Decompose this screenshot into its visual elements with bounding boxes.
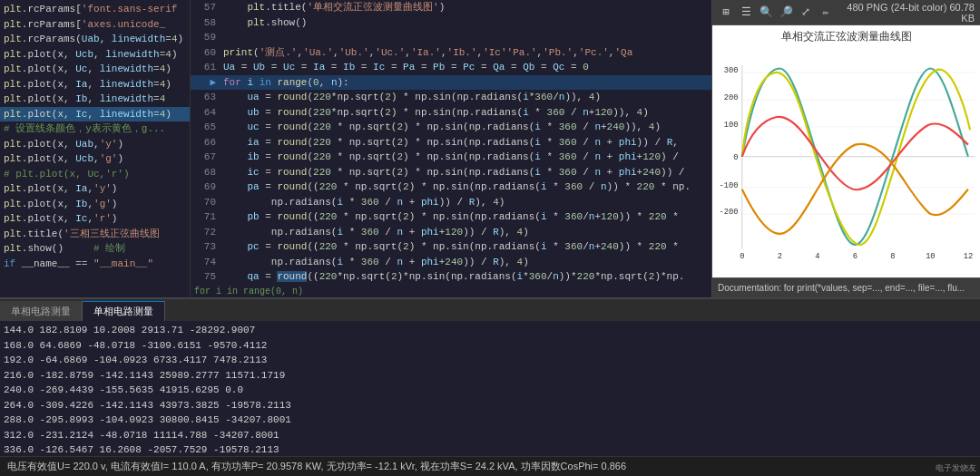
left-code-panel: plt.rcParams['font.sans-serif plt.rcPara… (0, 0, 191, 297)
tab-single-phase-1[interactable]: 单相电路测量 (0, 301, 83, 321)
chart-svg: 300 200 100 0 -100 -200 0 2 4 6 8 10 12 (712, 44, 980, 275)
code-line: plt.title('三相三线正弦曲线图 (0, 227, 190, 242)
code-line: 65 uc = round(220 * np.sqrt(2) * np.sin(… (191, 120, 711, 135)
code-line: plt.plot(x, Ia, linewidth=4) (0, 77, 190, 92)
code-line: 74 np.radians(i * 360 / n + phi+240)) / … (191, 255, 711, 270)
zoom-out-icon[interactable]: 🔎 (778, 5, 794, 21)
code-line: 72 np.radians(i * 360 / n + phi+120)) / … (191, 225, 711, 240)
svg-text:8: 8 (890, 252, 895, 261)
output-line: 216.0 -182.8759 -142.1143 25989.2777 115… (4, 368, 976, 384)
code-line: 75 qa = round((220*np.sqrt(2)*np.sin(np.… (191, 269, 711, 285)
code-line: plt.show() # 绘制 (0, 241, 190, 257)
chart-title: 单相交流正弦波测量曲线图 (712, 29, 980, 44)
code-line: # 设置线条颜色，y表示黄色，g... (0, 121, 190, 137)
svg-text:200: 200 (724, 93, 739, 102)
output-line: 192.0 -64.6869 -104.0923 6733.4117 7478.… (4, 353, 976, 368)
chart-file-info: 480 PNG (24-bit color) 60.78 KB (838, 2, 975, 24)
edit-icon[interactable]: ✏ (818, 5, 834, 21)
output-line: 312.0 -231.2124 -48.0718 11114.788 -3420… (4, 428, 976, 443)
output-line: 240.0 -269.4439 -155.5635 41915.6295 0.0 (4, 383, 976, 398)
code-line: 58 plt.show() (191, 15, 711, 31)
grid-icon[interactable]: ⊞ (718, 5, 734, 21)
svg-text:10: 10 (926, 252, 935, 261)
code-line-highlighted: plt.plot(x, Ic, linewidth=4) (0, 107, 190, 122)
code-line: plt.plot(x, Ib,'g') (0, 197, 190, 212)
code-line: plt.plot(x, Ia,'y') (0, 181, 190, 197)
code-line: 57 plt.title('单相交流正弦波测量曲线图') (191, 0, 711, 15)
code-line: plt.plot(x, Ucb, linewidth=4) (0, 47, 190, 63)
code-line: 68 ic = round(220 * np.sqrt(2) * np.sin(… (191, 165, 711, 180)
documentation-bar: Documentation: for print(*values, sep=..… (712, 277, 980, 297)
code-line: plt.plot(x, Ic,'r') (0, 211, 190, 227)
zoom-in-icon[interactable]: 🔍 (758, 5, 774, 21)
code-line: 64 ub = round(220*np.sqrt(2) * np.sin(np… (191, 105, 711, 121)
chart-image: 单相交流正弦波测量曲线图 300 200 100 0 -100 -200 0 2… (712, 25, 980, 277)
for-loop-line: ▶for i in range(0, n): (191, 75, 711, 91)
middle-code-panel: 57 plt.title('单相交流正弦波测量曲线图') 58 plt.show… (191, 0, 712, 297)
code-line: 63 ua = round(220*np.sqrt(2) * np.sin(np… (191, 90, 711, 105)
code-line: plt.plot(x, Uab,'y') (0, 137, 190, 152)
code-line: 69 pa = round((220 * np.sqrt(2) * np.sin… (191, 180, 711, 195)
tab-bar: 单相电路测量 单相电路测量 (0, 299, 980, 321)
output-line: 264.0 -309.4226 -142.1143 43973.3825 -19… (4, 398, 976, 413)
code-line: 60print('测点.','Ua.','Ub.','Uc.','Ia.','I… (191, 45, 711, 61)
code-line: 71 pb = round((220 * np.sqrt(2) * np.sin… (191, 209, 711, 225)
output-line: 336.0 -126.5467 16.2608 -2057.7529 -1957… (4, 442, 976, 456)
code-line: for i in range(0, n) (191, 285, 711, 298)
code-line: 67 ib = round(220 * np.sqrt(2) * np.sin(… (191, 150, 711, 165)
code-line: plt.plot(x, Ucb,'g') (0, 151, 190, 167)
output-area: 144.0 182.8109 10.2008 2913.71 -28292.90… (0, 321, 980, 456)
expand-icon[interactable]: ⤢ (798, 5, 814, 21)
svg-text:0: 0 (740, 252, 744, 261)
code-line: 59 (191, 30, 711, 45)
code-line: plt.rcParams(Uab, linewidth=4) (0, 32, 190, 47)
status-text: 电压有效值U= 220.0 v, 电流有效值I= 110.0 A, 有功功率P=… (7, 460, 626, 473)
code-line: 70 np.radians(i * 360 / n + phi)) / R), … (191, 195, 711, 210)
svg-text:6: 6 (853, 252, 858, 261)
svg-text:-200: -200 (719, 208, 738, 217)
code-line: plt.plot(x, Ib, linewidth=4 (0, 92, 190, 107)
svg-text:300: 300 (724, 66, 739, 75)
bottom-area: 单相电路测量 单相电路测量 144.0 182.8109 10.2008 291… (0, 297, 980, 456)
watermark: 电子发烧友 (936, 462, 976, 474)
code-line: plt.rcParams['axes.unicode_ (0, 17, 190, 33)
svg-text:100: 100 (724, 121, 739, 130)
svg-text:4: 4 (815, 252, 819, 261)
code-line: 66 ia = round(220 * np.sqrt(2) * np.sin(… (191, 135, 711, 151)
code-line: plt.rcParams['font.sans-serif (0, 2, 190, 17)
doc-text: Documentation: for print(*values, sep=..… (718, 283, 965, 293)
status-bar: 电压有效值U= 220.0 v, 电流有效值I= 110.0 A, 有功功率P=… (0, 456, 980, 476)
output-line: 144.0 182.8109 10.2008 2913.71 -28292.90… (4, 323, 976, 338)
chart-toolbar: ⊞ ☰ 🔍 🔎 ⤢ ✏ 480 PNG (24-bit color) 60.78… (712, 0, 980, 25)
main-area: plt.rcParams['font.sans-serif plt.rcPara… (0, 0, 980, 297)
output-line: 288.0 -295.8993 -104.0923 30800.8415 -34… (4, 413, 976, 428)
chart-panel: ⊞ ☰ 🔍 🔎 ⤢ ✏ 480 PNG (24-bit color) 60.78… (712, 0, 980, 297)
svg-text:2: 2 (778, 252, 782, 261)
code-line: # plt.plot(x, Uc,'r') (0, 167, 190, 182)
list-icon[interactable]: ☰ (738, 5, 754, 21)
code-line: if __name__ == "__main__" (0, 257, 190, 272)
svg-text:-100: -100 (719, 181, 738, 190)
tab-single-phase-2[interactable]: 单相电路测量 (83, 301, 165, 321)
code-line: 61Ua = Ub = Uc = Ia = Ib = Ic = Pa = Pb … (191, 60, 711, 75)
code-line: 73 pc = round((220 * np.sqrt(2) * np.sin… (191, 239, 711, 255)
code-line: plt.plot(x, Uc, linewidth=4) (0, 62, 190, 77)
output-line: 168.0 64.6869 -48.0718 -3109.6151 -9570.… (4, 338, 976, 354)
svg-text:12: 12 (964, 252, 973, 261)
svg-text:0: 0 (733, 153, 738, 162)
